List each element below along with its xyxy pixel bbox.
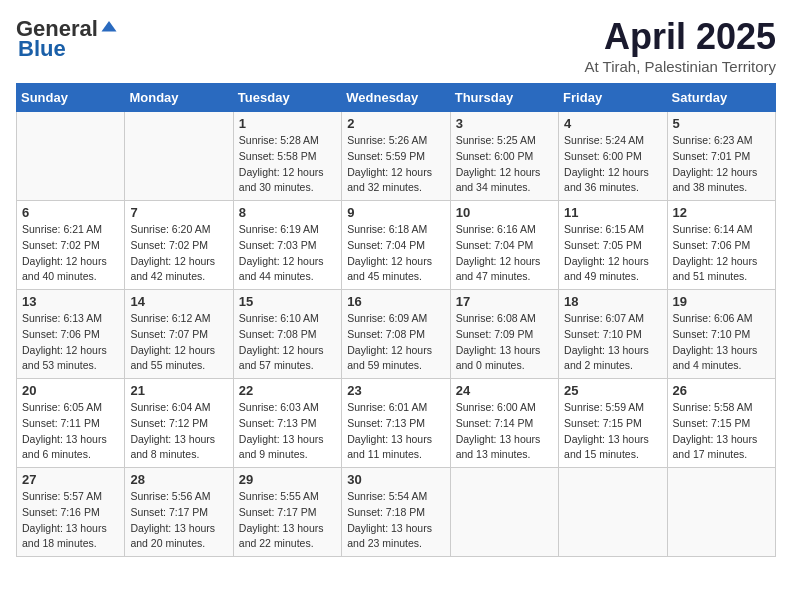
daylight-text: Daylight: 12 hours and 49 minutes. [564, 255, 649, 283]
sunrise-text: Sunrise: 5:56 AM [130, 490, 210, 502]
sunrise-text: Sunrise: 5:26 AM [347, 134, 427, 146]
cell-info: Sunrise: 6:07 AM Sunset: 7:10 PM Dayligh… [564, 311, 661, 374]
sunrise-text: Sunrise: 6:18 AM [347, 223, 427, 235]
cell-info: Sunrise: 6:23 AM Sunset: 7:01 PM Dayligh… [673, 133, 770, 196]
day-number: 15 [239, 294, 336, 309]
sunset-text: Sunset: 7:18 PM [347, 506, 425, 518]
daylight-text: Daylight: 12 hours and 40 minutes. [22, 255, 107, 283]
calendar-body: 1 Sunrise: 5:28 AM Sunset: 5:58 PM Dayli… [17, 112, 776, 557]
sunset-text: Sunset: 7:07 PM [130, 328, 208, 340]
daylight-text: Daylight: 13 hours and 9 minutes. [239, 433, 324, 461]
cell-info: Sunrise: 6:04 AM Sunset: 7:12 PM Dayligh… [130, 400, 227, 463]
sunset-text: Sunset: 7:04 PM [347, 239, 425, 251]
day-number: 6 [22, 205, 119, 220]
calendar-cell: 11 Sunrise: 6:15 AM Sunset: 7:05 PM Dayl… [559, 201, 667, 290]
calendar-cell: 7 Sunrise: 6:20 AM Sunset: 7:02 PM Dayli… [125, 201, 233, 290]
daylight-text: Daylight: 13 hours and 0 minutes. [456, 344, 541, 372]
daylight-text: Daylight: 13 hours and 22 minutes. [239, 522, 324, 550]
logo: General Blue [16, 16, 118, 62]
cell-info: Sunrise: 5:58 AM Sunset: 7:15 PM Dayligh… [673, 400, 770, 463]
sunset-text: Sunset: 7:12 PM [130, 417, 208, 429]
calendar-cell: 20 Sunrise: 6:05 AM Sunset: 7:11 PM Dayl… [17, 379, 125, 468]
sunset-text: Sunset: 7:02 PM [22, 239, 100, 251]
cell-info: Sunrise: 6:06 AM Sunset: 7:10 PM Dayligh… [673, 311, 770, 374]
daylight-text: Daylight: 12 hours and 34 minutes. [456, 166, 541, 194]
cell-info: Sunrise: 6:09 AM Sunset: 7:08 PM Dayligh… [347, 311, 444, 374]
cell-info: Sunrise: 6:19 AM Sunset: 7:03 PM Dayligh… [239, 222, 336, 285]
sunrise-text: Sunrise: 5:57 AM [22, 490, 102, 502]
sunrise-text: Sunrise: 6:10 AM [239, 312, 319, 324]
day-number: 26 [673, 383, 770, 398]
calendar-cell [17, 112, 125, 201]
sunrise-text: Sunrise: 5:55 AM [239, 490, 319, 502]
cell-info: Sunrise: 6:08 AM Sunset: 7:09 PM Dayligh… [456, 311, 553, 374]
sunrise-text: Sunrise: 6:21 AM [22, 223, 102, 235]
cell-info: Sunrise: 5:56 AM Sunset: 7:17 PM Dayligh… [130, 489, 227, 552]
calendar-cell [125, 112, 233, 201]
calendar-cell: 21 Sunrise: 6:04 AM Sunset: 7:12 PM Dayl… [125, 379, 233, 468]
day-number: 21 [130, 383, 227, 398]
cell-info: Sunrise: 5:26 AM Sunset: 5:59 PM Dayligh… [347, 133, 444, 196]
cell-info: Sunrise: 5:59 AM Sunset: 7:15 PM Dayligh… [564, 400, 661, 463]
sunset-text: Sunset: 7:06 PM [673, 239, 751, 251]
sunset-text: Sunset: 7:08 PM [239, 328, 317, 340]
calendar-cell: 3 Sunrise: 5:25 AM Sunset: 6:00 PM Dayli… [450, 112, 558, 201]
calendar-cell: 2 Sunrise: 5:26 AM Sunset: 5:59 PM Dayli… [342, 112, 450, 201]
daylight-text: Daylight: 13 hours and 23 minutes. [347, 522, 432, 550]
daylight-text: Daylight: 12 hours and 59 minutes. [347, 344, 432, 372]
calendar-cell: 22 Sunrise: 6:03 AM Sunset: 7:13 PM Dayl… [233, 379, 341, 468]
daylight-text: Daylight: 13 hours and 2 minutes. [564, 344, 649, 372]
day-number: 10 [456, 205, 553, 220]
day-number: 27 [22, 472, 119, 487]
cell-info: Sunrise: 6:20 AM Sunset: 7:02 PM Dayligh… [130, 222, 227, 285]
calendar-cell: 25 Sunrise: 5:59 AM Sunset: 7:15 PM Dayl… [559, 379, 667, 468]
col-friday: Friday [559, 84, 667, 112]
sunrise-text: Sunrise: 6:04 AM [130, 401, 210, 413]
daylight-text: Daylight: 13 hours and 11 minutes. [347, 433, 432, 461]
calendar-subtitle: At Tirah, Palestinian Territory [585, 58, 776, 75]
daylight-text: Daylight: 12 hours and 32 minutes. [347, 166, 432, 194]
sunset-text: Sunset: 7:03 PM [239, 239, 317, 251]
sunrise-text: Sunrise: 5:59 AM [564, 401, 644, 413]
day-number: 3 [456, 116, 553, 131]
daylight-text: Daylight: 12 hours and 45 minutes. [347, 255, 432, 283]
cell-info: Sunrise: 6:03 AM Sunset: 7:13 PM Dayligh… [239, 400, 336, 463]
calendar-cell: 5 Sunrise: 6:23 AM Sunset: 7:01 PM Dayli… [667, 112, 775, 201]
daylight-text: Daylight: 13 hours and 6 minutes. [22, 433, 107, 461]
calendar-cell: 29 Sunrise: 5:55 AM Sunset: 7:17 PM Dayl… [233, 468, 341, 557]
calendar-cell: 18 Sunrise: 6:07 AM Sunset: 7:10 PM Dayl… [559, 290, 667, 379]
sunrise-text: Sunrise: 6:03 AM [239, 401, 319, 413]
daylight-text: Daylight: 13 hours and 13 minutes. [456, 433, 541, 461]
sunset-text: Sunset: 7:08 PM [347, 328, 425, 340]
calendar-week-4: 27 Sunrise: 5:57 AM Sunset: 7:16 PM Dayl… [17, 468, 776, 557]
calendar-cell [559, 468, 667, 557]
calendar-cell: 15 Sunrise: 6:10 AM Sunset: 7:08 PM Dayl… [233, 290, 341, 379]
sunset-text: Sunset: 7:06 PM [22, 328, 100, 340]
day-number: 4 [564, 116, 661, 131]
day-number: 24 [456, 383, 553, 398]
cell-info: Sunrise: 6:21 AM Sunset: 7:02 PM Dayligh… [22, 222, 119, 285]
calendar-week-3: 20 Sunrise: 6:05 AM Sunset: 7:11 PM Dayl… [17, 379, 776, 468]
sunset-text: Sunset: 6:00 PM [564, 150, 642, 162]
sunset-text: Sunset: 7:11 PM [22, 417, 100, 429]
daylight-text: Daylight: 13 hours and 18 minutes. [22, 522, 107, 550]
calendar-week-1: 6 Sunrise: 6:21 AM Sunset: 7:02 PM Dayli… [17, 201, 776, 290]
calendar-cell: 17 Sunrise: 6:08 AM Sunset: 7:09 PM Dayl… [450, 290, 558, 379]
sunrise-text: Sunrise: 5:28 AM [239, 134, 319, 146]
day-number: 23 [347, 383, 444, 398]
daylight-text: Daylight: 13 hours and 15 minutes. [564, 433, 649, 461]
sunrise-text: Sunrise: 6:09 AM [347, 312, 427, 324]
day-number: 2 [347, 116, 444, 131]
calendar-cell: 13 Sunrise: 6:13 AM Sunset: 7:06 PM Dayl… [17, 290, 125, 379]
day-number: 13 [22, 294, 119, 309]
col-monday: Monday [125, 84, 233, 112]
day-number: 16 [347, 294, 444, 309]
sunrise-text: Sunrise: 6:20 AM [130, 223, 210, 235]
sunrise-text: Sunrise: 5:24 AM [564, 134, 644, 146]
cell-info: Sunrise: 6:15 AM Sunset: 7:05 PM Dayligh… [564, 222, 661, 285]
daylight-text: Daylight: 13 hours and 17 minutes. [673, 433, 758, 461]
calendar-cell: 4 Sunrise: 5:24 AM Sunset: 6:00 PM Dayli… [559, 112, 667, 201]
cell-info: Sunrise: 6:05 AM Sunset: 7:11 PM Dayligh… [22, 400, 119, 463]
daylight-text: Daylight: 12 hours and 42 minutes. [130, 255, 215, 283]
day-number: 5 [673, 116, 770, 131]
